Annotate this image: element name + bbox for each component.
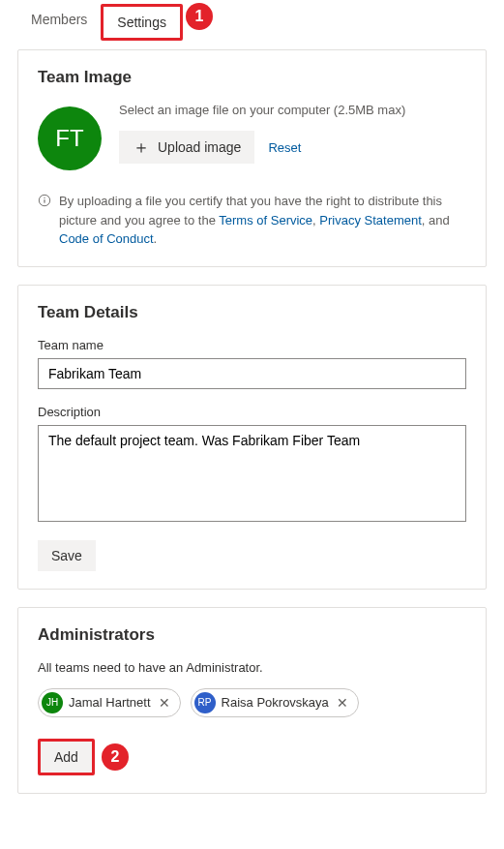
tab-bar: Members Settings 1 — [0, 0, 504, 42]
add-administrator-button[interactable]: Add — [41, 742, 92, 773]
team-avatar: FT — [38, 106, 102, 170]
admin-chip[interactable]: JHJamal Hartnett✕ — [38, 688, 181, 717]
administrators-heading: Administrators — [38, 625, 466, 645]
add-highlight: Add 2 — [38, 739, 95, 775]
callout-2: 2 — [102, 743, 129, 771]
team-image-card: Team Image FT Select an image file on yo… — [17, 49, 487, 267]
admin-chip-name: Raisa Pokrovskaya — [222, 695, 329, 710]
admin-chips: JHJamal Hartnett✕RPRaisa Pokrovskaya✕ — [38, 688, 466, 717]
svg-rect-1 — [44, 199, 44, 203]
upload-button-row: ＋ Upload image Reset — [119, 131, 466, 164]
team-image-row: FT Select an image file on your computer… — [38, 103, 466, 170]
settings-highlight: Settings 1 — [101, 4, 183, 41]
remove-admin-button[interactable]: ✕ — [335, 695, 350, 711]
remove-admin-button[interactable]: ✕ — [157, 695, 172, 711]
tab-members[interactable]: Members — [17, 4, 101, 41]
upload-image-label: Upload image — [158, 139, 241, 155]
coc-link[interactable]: Code of Conduct — [59, 231, 154, 246]
admin-chip[interactable]: RPRaisa Pokrovskaya✕ — [191, 688, 359, 717]
administrators-subtext: All teams need to have an Administrator. — [38, 660, 466, 675]
team-name-input[interactable] — [38, 358, 466, 389]
admin-chip-avatar: JH — [42, 692, 63, 713]
certify-text: By uploading a file you certify that you… — [59, 192, 466, 249]
svg-rect-2 — [44, 197, 44, 198]
plus-icon: ＋ — [133, 138, 150, 156]
certify-sep2: , and — [422, 213, 450, 227]
team-details-heading: Team Details — [38, 303, 466, 322]
callout-1: 1 — [186, 3, 213, 30]
upload-column: Select an image file on your computer (2… — [119, 103, 466, 164]
reset-link[interactable]: Reset — [268, 140, 301, 155]
admin-chip-avatar: RP — [194, 692, 216, 713]
info-icon — [38, 194, 51, 207]
upload-hint: Select an image file on your computer (2… — [119, 103, 466, 117]
certify-period: . — [154, 231, 158, 246]
team-name-label: Team name — [38, 338, 466, 352]
save-button[interactable]: Save — [38, 540, 96, 571]
description-input[interactable]: The default project team. Was Fabrikam F… — [38, 425, 466, 522]
tos-link[interactable]: Terms of Service — [219, 213, 312, 227]
certify-row: By uploading a file you certify that you… — [38, 192, 466, 249]
upload-image-button[interactable]: ＋ Upload image — [119, 131, 254, 164]
admin-chip-name: Jamal Hartnett — [69, 695, 151, 710]
administrators-card: Administrators All teams need to have an… — [17, 607, 487, 794]
tab-settings[interactable]: Settings — [104, 7, 180, 38]
team-image-heading: Team Image — [38, 68, 466, 87]
description-label: Description — [38, 405, 466, 419]
privacy-link[interactable]: Privacy Statement — [319, 213, 422, 227]
team-details-card: Team Details Team name Description The d… — [17, 285, 487, 590]
